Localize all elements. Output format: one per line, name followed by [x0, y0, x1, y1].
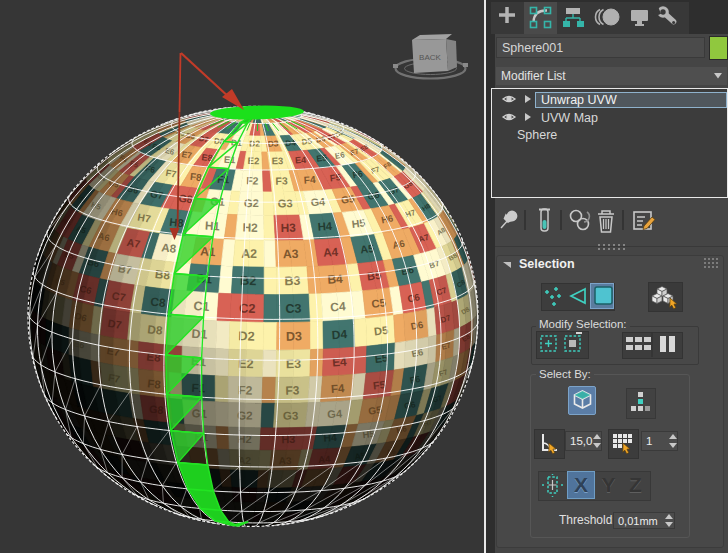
svg-text:D3: D3: [286, 329, 302, 343]
svg-text:G2: G2: [244, 197, 259, 209]
svg-text:A3: A3: [279, 455, 292, 466]
svg-text:C4: C4: [330, 299, 347, 314]
svg-text:F1: F1: [191, 381, 206, 396]
svg-text:A6: A6: [386, 446, 397, 457]
svg-text:A4: A4: [323, 245, 339, 259]
svg-text:E2: E2: [248, 155, 260, 166]
svg-text:H4: H4: [317, 220, 333, 233]
svg-text:B3: B3: [284, 274, 300, 288]
svg-text:C8: C8: [150, 295, 167, 311]
svg-text:E4: E4: [332, 355, 348, 370]
svg-text:B4: B4: [327, 272, 344, 287]
svg-text:G4: G4: [310, 195, 325, 208]
svg-text:H1: H1: [205, 218, 221, 232]
svg-text:F3: F3: [285, 383, 300, 397]
svg-text:F8: F8: [147, 377, 161, 390]
svg-text:E3: E3: [272, 155, 284, 166]
svg-text:F4: F4: [303, 174, 316, 186]
svg-text:D8: D8: [147, 322, 164, 338]
svg-text:B8: B8: [154, 267, 171, 283]
svg-text:E7: E7: [106, 344, 121, 358]
svg-text:B7: B7: [117, 262, 133, 276]
svg-text:A4: A4: [318, 453, 332, 465]
svg-text:G3: G3: [278, 197, 293, 209]
svg-text:D1: D1: [191, 327, 208, 342]
svg-text:E3: E3: [286, 357, 302, 371]
svg-text:F7: F7: [165, 168, 177, 180]
svg-text:C7: C7: [111, 289, 127, 303]
svg-text:E8: E8: [146, 350, 162, 365]
svg-text:G1: G1: [191, 407, 208, 420]
svg-text:G8: G8: [149, 403, 165, 416]
svg-text:H7: H7: [137, 212, 152, 225]
svg-text:C3: C3: [285, 302, 301, 316]
svg-text:H8: H8: [169, 216, 185, 229]
svg-text:E5: E5: [374, 351, 389, 365]
svg-text:F3: F3: [275, 175, 288, 186]
svg-text:H3: H3: [281, 221, 297, 235]
svg-text:D4: D4: [331, 327, 348, 342]
svg-text:F7: F7: [107, 372, 121, 385]
svg-text:G3: G3: [283, 410, 299, 422]
svg-text:F4: F4: [331, 382, 346, 395]
svg-text:BACK: BACK: [419, 53, 441, 62]
svg-text:G5: G5: [340, 193, 355, 206]
svg-text:A3: A3: [283, 247, 299, 261]
svg-text:G4: G4: [327, 407, 343, 420]
svg-text:F2: F2: [238, 383, 253, 397]
svg-text:A7: A7: [126, 236, 141, 250]
svg-text:H6: H6: [380, 212, 394, 225]
svg-text:C1: C1: [193, 299, 210, 314]
svg-text:D7: D7: [107, 317, 123, 331]
svg-text:A8: A8: [161, 240, 178, 255]
